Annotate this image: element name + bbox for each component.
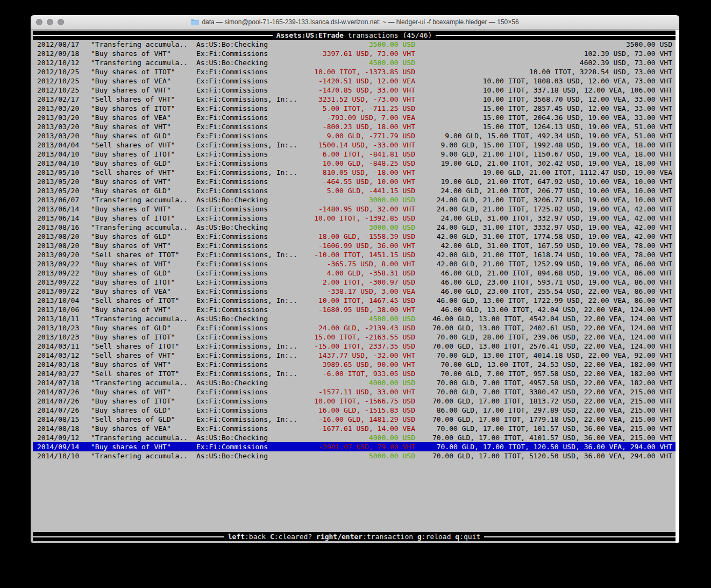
- tx-description: "Buy shares of ITOT": [91, 332, 196, 342]
- transaction-row[interactable]: 2014/03/11 "Sell shares of ITOT" Ex:Fi:C…: [33, 342, 676, 351]
- transaction-row[interactable]: 2012/08/17 "Transfering accumula.. As:US…: [33, 40, 676, 49]
- tx-change-amount: 2.00 ITOT, -300.97 USD: [304, 278, 415, 287]
- tx-running-balance: 70.00 GLD, 13.00 ITOT, 2402.61 USD, 22.0…: [415, 323, 676, 332]
- transaction-row[interactable]: 2013/10/23 "Buy shares of GLD" Ex:Fi:Com…: [33, 323, 676, 332]
- tx-date: 2013/03/20: [37, 131, 91, 140]
- transaction-row[interactable]: 2014/07/18 "Transfering accumula.. As:US…: [33, 378, 676, 387]
- transaction-row[interactable]: 2013/09/22 "Buy shares of VHT" Ex:Fi:Com…: [33, 259, 676, 268]
- tx-other-accounts: Ex:Fi:Commissions: [196, 49, 304, 58]
- tx-other-accounts: Ex:Fi:Commissions: [196, 396, 304, 406]
- transaction-row[interactable]: 2014/07/26 "Buy shares of ITOT" Ex:Fi:Co…: [33, 396, 676, 406]
- hint-action: :transaction: [362, 533, 417, 541]
- transaction-row[interactable]: 2013/09/22 "Buy shares of ITOT" Ex:Fi:Co…: [33, 278, 676, 287]
- tx-other-accounts: Ex:Fi:Commissions: [196, 360, 304, 369]
- tx-other-accounts: Ex:Fi:Commissions, In:..: [196, 95, 304, 104]
- transaction-row[interactable]: 2014/03/12 "Sell shares of VHT" Ex:Fi:Co…: [33, 351, 676, 360]
- tx-description: "Buy shares of VHT": [91, 204, 196, 214]
- tx-running-balance: 24.00 GLD, 31.00 ITOT, 3332.97 USD, 19.0…: [415, 223, 676, 232]
- transaction-row[interactable]: 2013/10/04 "Sell shares of ITOT" Ex:Fi:C…: [33, 296, 676, 305]
- tx-date: 2013/03/20: [37, 113, 91, 122]
- transaction-row[interactable]: 2013/03/20 "Buy shares of ITOT" Ex:Fi:Co…: [33, 104, 676, 113]
- tx-date: 2013/09/22: [37, 287, 91, 296]
- transaction-row[interactable]: 2013/10/11 "Transfering accumula.. As:US…: [33, 314, 676, 323]
- transaction-row[interactable]: 2013/08/16 "Transfering accumula.. As:US…: [33, 223, 676, 232]
- transaction-row[interactable]: 2014/09/14 "Buy shares of VHT" Ex:Fi:Com…: [33, 442, 676, 451]
- transaction-row[interactable]: 2013/05/20 "Buy shares of GLD" Ex:Fi:Com…: [33, 186, 676, 195]
- transaction-row[interactable]: 2013/06/14 "Buy shares of ITOT" Ex:Fi:Co…: [33, 214, 676, 223]
- hint-key: left: [228, 533, 245, 541]
- scrollbar-track[interactable]: [676, 30, 679, 543]
- transaction-row[interactable]: 2013/08/20 "Buy shares of GLD" Ex:Fi:Com…: [33, 232, 676, 241]
- tx-description: "Buy shares of VHT": [91, 49, 196, 58]
- tx-other-accounts: As:US:Bo:Checking: [196, 195, 304, 204]
- transaction-row[interactable]: 2012/10/12 "Transfering accumula.. As:US…: [33, 58, 676, 67]
- tx-other-accounts: Ex:Fi:Commissions: [196, 442, 304, 451]
- tx-other-accounts: As:US:Bo:Checking: [196, 451, 304, 461]
- transaction-row[interactable]: 2013/09/22 "Buy shares of GLD" Ex:Fi:Com…: [33, 268, 676, 278]
- tx-date: 2012/10/25: [37, 86, 91, 95]
- tx-running-balance: 46.00 GLD, 13.00 ITOT, 4542.04 USD, 22.0…: [415, 314, 676, 323]
- transaction-row[interactable]: 2014/08/18 "Buy shares of VEA" Ex:Fi:Com…: [33, 424, 676, 433]
- transaction-row[interactable]: 2013/10/06 "Buy shares of VHT" Ex:Fi:Com…: [33, 305, 676, 314]
- tx-change-amount: -10.00 ITOT, 1451.15 USD: [304, 250, 415, 259]
- transaction-row[interactable]: 2013/04/10 "Buy shares of GLD" Ex:Fi:Com…: [33, 159, 676, 168]
- transaction-row[interactable]: 2012/09/18 "Buy shares of VHT" Ex:Fi:Com…: [33, 49, 676, 58]
- transaction-row[interactable]: 2013/04/04 "Sell shares of VHT" Ex:Fi:Co…: [33, 140, 676, 150]
- tx-date: 2013/10/11: [37, 314, 91, 323]
- transaction-row[interactable]: 2014/07/26 "Buy shares of VHT" Ex:Fi:Com…: [33, 387, 676, 396]
- help-footer-bar: left:back C:cleared? right/enter:transac…: [33, 532, 676, 541]
- tx-other-accounts: Ex:Fi:Commissions: [196, 332, 304, 342]
- tx-change-amount: 3500.00 USD: [304, 40, 415, 49]
- transaction-row[interactable]: 2013/03/20 "Buy shares of GLD" Ex:Fi:Com…: [33, 131, 676, 140]
- close-button[interactable]: [36, 19, 42, 25]
- tx-running-balance: 70.00 GLD, 17.00 ITOT, 5120.50 USD, 36.0…: [415, 451, 676, 461]
- tx-running-balance: 10.00 ITOT, 3568.70 USD, 12.00 VEA, 33.0…: [415, 95, 676, 104]
- transaction-row[interactable]: 2013/02/17 "Sell shares of VHT" Ex:Fi:Co…: [33, 95, 676, 104]
- tx-description: "Sell shares of ITOT": [91, 250, 196, 259]
- tx-running-balance: 46.00 GLD, 13.00 ITOT, 1722.99 USD, 22.0…: [415, 296, 676, 305]
- tx-other-accounts: Ex:Fi:Commissions: [196, 387, 304, 396]
- tx-running-balance: 10.00 ITOT, 1808.03 USD, 12.00 VEA, 73.0…: [415, 76, 676, 86]
- transaction-row[interactable]: 2013/06/07 "Transfering accumula.. As:US…: [33, 195, 676, 204]
- tx-description: "Transfering accumula..: [91, 451, 196, 461]
- tx-date: 2014/03/27: [37, 369, 91, 378]
- transaction-row[interactable]: 2013/10/23 "Buy shares of ITOT" Ex:Fi:Co…: [33, 332, 676, 342]
- tx-date: 2013/08/20: [37, 241, 91, 250]
- transaction-row[interactable]: 2013/04/10 "Buy shares of ITOT" Ex:Fi:Co…: [33, 150, 676, 159]
- transaction-row[interactable]: 2013/05/10 "Sell shares of VHT" Ex:Fi:Co…: [33, 168, 676, 177]
- tx-description: "Buy shares of GLD": [91, 232, 196, 241]
- tx-description: "Buy shares of GLD": [91, 268, 196, 278]
- tx-date: 2012/09/18: [37, 49, 91, 58]
- transaction-row[interactable]: 2012/10/25 "Buy shares of ITOT" Ex:Fi:Co…: [33, 67, 676, 76]
- window-title-text: data — simon@pool-71-165-239-133.lsanca.…: [202, 18, 518, 26]
- transaction-row[interactable]: 2013/06/14 "Buy shares of VHT" Ex:Fi:Com…: [33, 204, 676, 214]
- transaction-row[interactable]: 2014/07/26 "Buy shares of GLD" Ex:Fi:Com…: [33, 406, 676, 415]
- transaction-row[interactable]: 2013/03/20 "Buy shares of VEA" Ex:Fi:Com…: [33, 113, 676, 122]
- transaction-row[interactable]: 2013/09/22 "Buy shares of VEA" Ex:Fi:Com…: [33, 287, 676, 296]
- tx-change-amount: 15.00 ITOT, -2163.55 USD: [304, 332, 415, 342]
- tx-date: 2013/09/22: [37, 278, 91, 287]
- transaction-row[interactable]: 2014/03/27 "Sell shares of ITOT" Ex:Fi:C…: [33, 369, 676, 378]
- tx-change-amount: -793.09 USD, 7.00 VEA: [304, 113, 415, 122]
- tx-other-accounts: Ex:Fi:Commissions, In:..: [196, 369, 304, 378]
- transaction-row[interactable]: 2013/09/20 "Sell shares of ITOT" Ex:Fi:C…: [33, 250, 676, 259]
- tx-date: 2013/02/17: [37, 95, 91, 104]
- transaction-row[interactable]: 2014/10/10 "Transfering accumula.. As:US…: [33, 451, 676, 461]
- transaction-row[interactable]: 2014/03/18 "Buy shares of VHT" Ex:Fi:Com…: [33, 360, 676, 369]
- tx-other-accounts: Ex:Fi:Commissions: [196, 86, 304, 95]
- transaction-row[interactable]: 2012/10/25 "Buy shares of VHT" Ex:Fi:Com…: [33, 86, 676, 95]
- transaction-row[interactable]: 2012/10/25 "Buy shares of VEA" Ex:Fi:Com…: [33, 76, 676, 86]
- transaction-row[interactable]: 2013/05/20 "Buy shares of VHT" Ex:Fi:Com…: [33, 177, 676, 186]
- tx-description: "Buy shares of VEA": [91, 287, 196, 296]
- tx-date: 2013/10/23: [37, 332, 91, 342]
- minimize-button[interactable]: [47, 19, 53, 25]
- transaction-row[interactable]: 2014/08/15 "Sell shares of GLD" Ex:Fi:Co…: [33, 415, 676, 424]
- transaction-row[interactable]: 2013/03/20 "Buy shares of VHT" Ex:Fi:Com…: [33, 122, 676, 131]
- tx-other-accounts: Ex:Fi:Commissions: [196, 113, 304, 122]
- tx-description: "Transfering accumula..: [91, 378, 196, 387]
- tx-description: "Buy shares of VHT": [91, 259, 196, 268]
- tx-change-amount: 9.00 GLD, -771.79 USD: [304, 131, 415, 140]
- transaction-row[interactable]: 2013/08/20 "Buy shares of VHT" Ex:Fi:Com…: [33, 241, 676, 250]
- transaction-row[interactable]: 2014/09/12 "Transfering accumula.. As:US…: [33, 433, 676, 442]
- zoom-button[interactable]: [58, 19, 64, 25]
